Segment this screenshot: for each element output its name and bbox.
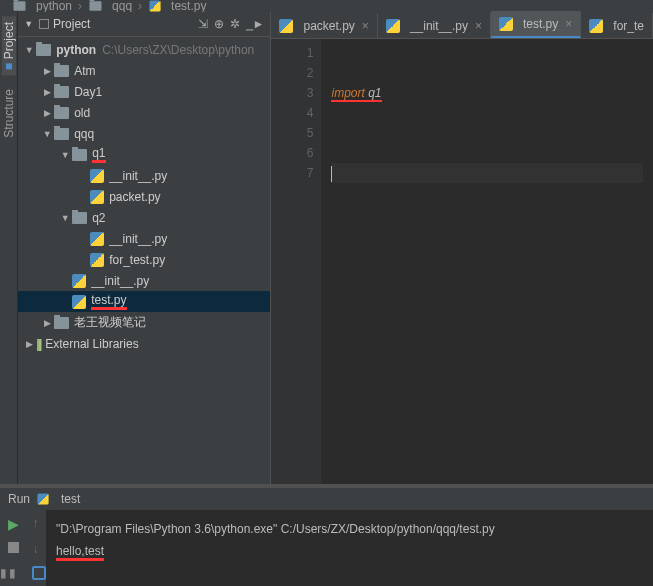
python-file-icon [279,19,293,33]
folder-icon [72,149,87,161]
tree-leaf[interactable]: __init__.py [18,165,270,186]
python-file-icon [589,19,603,33]
folder-icon [54,65,69,77]
tree-node[interactable]: ▶Day1 [18,81,270,102]
tree-node[interactable]: ▶old [18,102,270,123]
line-number: 2 [271,63,313,83]
structure-tool-tab[interactable]: Structure [2,83,16,144]
project-pane-title: Project [53,17,90,31]
folder-icon [54,107,69,119]
line-gutter[interactable]: 1 2 3 4 5 6 7 [271,39,321,484]
tree-leaf[interactable]: __init__.py [18,228,270,249]
python-file-icon [90,190,104,204]
stop-button[interactable] [8,542,19,553]
hide-icon[interactable]: ⎯► [246,17,265,31]
chevron-down-icon[interactable]: ▼ [40,129,54,139]
folder-icon [54,128,69,140]
run-panel-header[interactable]: Run test [0,488,653,510]
library-icon: ||| [36,337,40,351]
tree-node[interactable]: ▶老王视频笔记 [18,312,270,333]
tree-node[interactable]: ▶Atm [18,60,270,81]
close-icon[interactable]: × [475,19,482,33]
chevron-down-icon[interactable]: ▼ [22,45,36,55]
tab-init[interactable]: __init__.py× [378,13,491,38]
soft-wrap-button[interactable] [32,566,46,580]
run-config-name: test [61,492,80,506]
python-file-icon [72,274,86,288]
tab-for-test[interactable]: for_te [581,13,653,38]
tool-window-bar: Project Structure [0,12,18,484]
chevron-right-icon[interactable]: ▶ [40,87,54,97]
pause-button[interactable]: ▮▮ [0,566,18,580]
editor-tabs: packet.py× __init__.py× test.py× for_te [271,12,653,39]
folder-icon [36,44,51,56]
line-number: 5 [271,123,313,143]
line-number: 1 [271,43,313,63]
rerun-button[interactable]: ▶ [8,516,19,532]
project-tool-tab[interactable]: Project [2,16,16,75]
caret-icon [331,166,332,182]
project-pane: ▼ Project ⇲ ⊕ ✲ ⎯► ▼pythonC:\Users\ZX\De… [18,12,271,484]
chevron-down-icon[interactable]: ▼ [58,213,72,223]
tree-node[interactable]: ▼q1 [18,144,270,165]
run-panel: Run test ▶ ↑ ↓ ▮▮ "D:\Program Files\Pyth… [0,484,653,586]
folder-icon [54,86,69,98]
python-file-icon [90,232,104,246]
chevron-right-icon[interactable]: ▶ [22,339,36,349]
chevron-right-icon[interactable]: ▶ [40,66,54,76]
collapse-icon[interactable]: ⇲ [198,17,208,31]
chevron-right-icon[interactable]: ▶ [40,318,54,328]
tab-packet[interactable]: packet.py× [271,13,377,38]
folder-icon [54,317,69,329]
gear-icon[interactable]: ✲ [230,17,240,31]
run-label: Run [8,492,30,506]
python-file-icon [499,17,513,31]
console-line: hello,test [56,544,104,561]
project-tree[interactable]: ▼pythonC:\Users\ZX\Desktop\python ▶Atm ▶… [18,37,270,484]
python-file-icon [37,493,48,504]
tree-node[interactable]: ▼qqq [18,123,270,144]
line-number: 6 [271,143,313,163]
scroll-up-button[interactable]: ↑ [33,516,39,532]
tree-leaf[interactable]: packet.py [18,186,270,207]
python-file-icon [72,295,86,309]
tree-leaf-selected[interactable]: test.py [18,291,270,312]
scroll-down-button[interactable]: ↓ [33,542,39,556]
tree-node[interactable]: ▼q2 [18,207,270,228]
line-number: 3 [271,83,313,103]
tab-test[interactable]: test.py× [491,11,581,38]
tree-node-root[interactable]: ▼pythonC:\Users\ZX\Desktop\python [18,39,270,60]
python-file-icon [386,19,400,33]
line-number: 4 [271,103,313,123]
run-toolbar: ▶ ↑ ↓ ▮▮ [0,510,46,586]
locate-icon[interactable]: ⊕ [214,17,224,31]
chevron-down-icon[interactable]: ▼ [58,150,72,160]
console-output[interactable]: "D:\Program Files\Python 3.6\python.exe"… [46,510,653,586]
console-line: "D:\Program Files\Python 3.6\python.exe"… [56,518,643,540]
code-editor[interactable]: import q1 [321,39,653,484]
chevron-down-icon[interactable]: ▼ [24,19,33,29]
project-pane-header: ▼ Project ⇲ ⊕ ✲ ⎯► [18,12,270,37]
tree-leaf[interactable]: __init__.py [18,270,270,291]
close-icon[interactable]: × [362,19,369,33]
python-file-icon [90,253,104,267]
tree-leaf[interactable]: for_test.py [18,249,270,270]
tree-node-external-libs[interactable]: ▶|||External Libraries [18,333,270,354]
python-file-icon [90,169,104,183]
chevron-right-icon[interactable]: ▶ [40,108,54,118]
close-icon[interactable]: × [565,17,572,31]
line-number: 7 [271,163,313,183]
editor-pane: packet.py× __init__.py× test.py× for_te … [271,12,653,484]
folder-icon [72,212,87,224]
